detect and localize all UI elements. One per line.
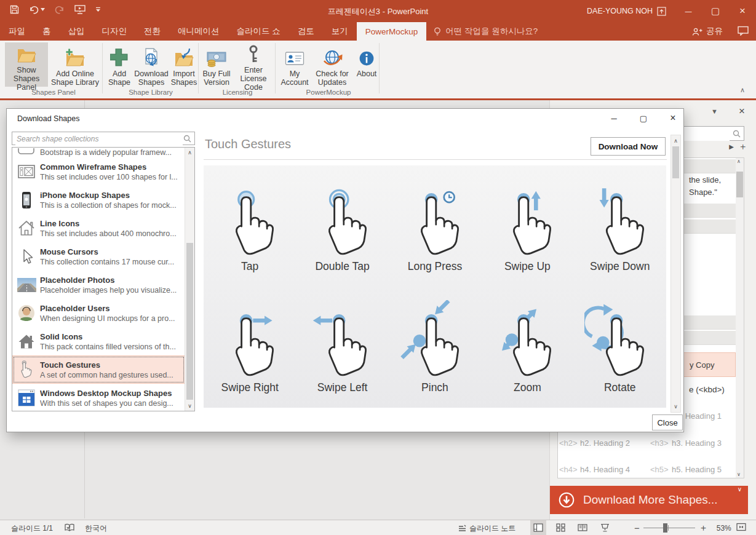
pane-item-h5[interactable]: h5. Heading 5 [672, 465, 722, 474]
dialog-minimize-button[interactable]: ─ [603, 111, 624, 125]
zoom-percent[interactable]: 53% [712, 524, 736, 533]
list-item-placeholder-users[interactable]: Placeholder UsersWhen designing UI mocku… [12, 299, 185, 327]
dialog-close-button[interactable]: Close [652, 414, 683, 430]
ribbon-display-options-icon[interactable] [648, 0, 675, 22]
tab-slideshow[interactable]: 슬라이드 쇼 [228, 22, 289, 41]
notes-button[interactable]: 슬라이드 노트 [458, 523, 515, 534]
download-now-button[interactable]: Download Now [591, 137, 666, 156]
tab-file[interactable]: 파일 [0, 22, 34, 41]
pane-item-kbd[interactable]: e (<kbd>) [689, 385, 725, 394]
pane-hint-line2: Shape." [689, 188, 717, 197]
tag-label: <h2> [559, 438, 578, 448]
zoom-slider-thumb[interactable] [663, 523, 667, 533]
slide-counter[interactable]: 슬라이드 1/1 [11, 523, 53, 534]
tab-home[interactable]: 홈 [34, 22, 60, 41]
check-for-updates-button[interactable]: Check for Updates [312, 42, 352, 87]
list-item-mouse-cursors[interactable]: Mouse CursorsThis collection contains 17… [12, 242, 185, 271]
list-item-line-icons[interactable]: Line IconsThis set includes about 400 mo… [12, 214, 185, 242]
pane-menu-icon[interactable]: ▼ [711, 108, 718, 115]
shape-collection-search-input[interactable] [15, 133, 183, 145]
dialog-close-icon[interactable]: × [662, 111, 683, 125]
tab-insert[interactable]: 삽입 [60, 22, 94, 41]
pane-scrollbar[interactable]: ∧ ∨ [736, 158, 744, 478]
scrollbar-thumb[interactable] [186, 243, 193, 400]
pane-item-h2[interactable]: h2. Heading 2 [580, 438, 630, 448]
download-shapes-dialog: Download Shapes ─ ▢ × Bootstrap is a wid… [6, 108, 684, 432]
gesture-label: Swipe Down [590, 260, 650, 273]
button-label: Show Shapes Panel [5, 66, 48, 92]
enter-license-code-button[interactable]: Enter License Code [233, 42, 274, 87]
list-item-windows-desktop[interactable]: Windows Desktop Mockup ShapesWith this s… [12, 384, 185, 411]
zoom-slider[interactable] [643, 520, 695, 535]
dialog-search-box[interactable] [12, 132, 195, 145]
close-button[interactable]: × [729, 0, 756, 22]
spellcheck-icon[interactable] [65, 523, 74, 532]
my-account-button[interactable]: My Account [278, 42, 311, 87]
tab-view[interactable]: 보기 [323, 22, 357, 41]
list-item-touch-gestures[interactable]: Touch GesturesA set of common hand gestu… [12, 355, 185, 384]
slide-sorter-view-button[interactable] [552, 520, 568, 535]
collapse-bar-icon[interactable]: ∨ [738, 486, 742, 493]
fit-slide-button[interactable] [736, 523, 746, 533]
scroll-up-icon[interactable]: ∧ [671, 137, 680, 145]
add-shape-button[interactable]: Add Shape [106, 42, 133, 87]
list-item-solid-icons[interactable]: Solid IconsThis pack contains filled ver… [12, 327, 185, 355]
list-scrollbar[interactable]: ∧ ∨ [185, 148, 194, 411]
tab-transitions[interactable]: 전환 [135, 22, 169, 41]
minimize-button[interactable]: ─ [675, 0, 702, 22]
tab-animations[interactable]: 애니메이션 [169, 22, 228, 41]
scrollbar-thumb[interactable] [672, 146, 679, 178]
normal-view-button[interactable] [530, 520, 546, 535]
download-more-shapes-button[interactable]: Download More Shapes... ∨ [550, 486, 748, 514]
add-online-shape-library-button[interactable]: Add Online Shape Library [49, 42, 101, 87]
notes-icon [458, 525, 466, 533]
preview-scrollbar[interactable]: ∧ ∨ [670, 135, 681, 413]
tab-review[interactable]: 검토 [289, 22, 323, 41]
button-label: Add Online Shape Library [49, 69, 101, 87]
pane-expand-icon[interactable]: ▶ [729, 143, 734, 150]
tab-powermockup[interactable]: PowerMockup [357, 22, 427, 41]
notes-label: 슬라이드 노트 [469, 523, 515, 534]
scroll-down-icon[interactable]: ∨ [737, 472, 741, 477]
maximize-button[interactable]: ▢ [702, 0, 729, 22]
collapse-ribbon-icon[interactable]: ∧ [740, 86, 745, 94]
scroll-down-icon[interactable]: ∨ [185, 402, 194, 410]
list-item-iphone-mockup[interactable]: iPhone Mockup ShapesThis is a collection… [12, 186, 185, 214]
scroll-up-icon[interactable]: ∧ [737, 159, 741, 164]
share-button[interactable]: 공유 [692, 26, 723, 37]
pane-item-h3[interactable]: h3. Heading 3 [672, 438, 722, 448]
pane-item-h4[interactable]: h4. Heading 4 [580, 465, 630, 474]
language-indicator[interactable]: 한국어 [85, 523, 107, 534]
gesture-label: Pinch [421, 381, 448, 394]
pane-add-icon[interactable]: ＋ [738, 141, 747, 153]
key-icon [244, 45, 263, 63]
zoom-out-button[interactable]: − [631, 523, 643, 533]
dialog-maximize-button[interactable]: ▢ [633, 111, 654, 125]
cursor-icon [13, 248, 40, 264]
folder-plus-icon [65, 45, 86, 67]
account-name[interactable]: DAE-YOUNG NOH [587, 7, 653, 15]
slideshow-view-button[interactable] [597, 520, 613, 535]
list-item-common-wireframe[interactable]: Common Wireframe ShapesThis set includes… [12, 157, 185, 186]
pane-item-label: y Copy [690, 360, 714, 370]
download-shapes-button[interactable]: Download Shapes [134, 42, 169, 87]
list-item-placeholder-photos[interactable]: Placeholder PhotosPlaceholder images hel… [12, 271, 185, 299]
shape-collections-list: Bootstrap is a widely popular framew... … [12, 147, 195, 411]
buy-full-version-button[interactable]: Buy Full Version [202, 42, 231, 87]
tab-design[interactable]: 디자인 [94, 22, 136, 41]
gesture-long-press: Long Press [389, 179, 480, 273]
tell-me-box[interactable]: 어떤 작업을 원하시나요? [426, 22, 545, 41]
gesture-swipe-up: Swipe Up [482, 179, 573, 273]
avatar [13, 304, 40, 322]
about-button[interactable]: About [353, 42, 380, 87]
list-item-bootstrap[interactable]: Bootstrap is a widely popular framew... [12, 148, 185, 157]
pane-close-icon[interactable]: × [739, 105, 745, 117]
comments-icon[interactable] [738, 26, 749, 38]
scroll-down-icon[interactable]: ∨ [671, 402, 680, 411]
scrollbar-thumb[interactable] [736, 172, 743, 197]
scroll-up-icon[interactable]: ∧ [185, 148, 194, 157]
show-shapes-panel-button[interactable]: Show Shapes Panel [5, 42, 48, 87]
import-shapes-button[interactable]: Import Shapes [170, 42, 198, 87]
zoom-in-button[interactable]: ＋ [695, 522, 712, 534]
reading-view-button[interactable] [575, 520, 591, 535]
